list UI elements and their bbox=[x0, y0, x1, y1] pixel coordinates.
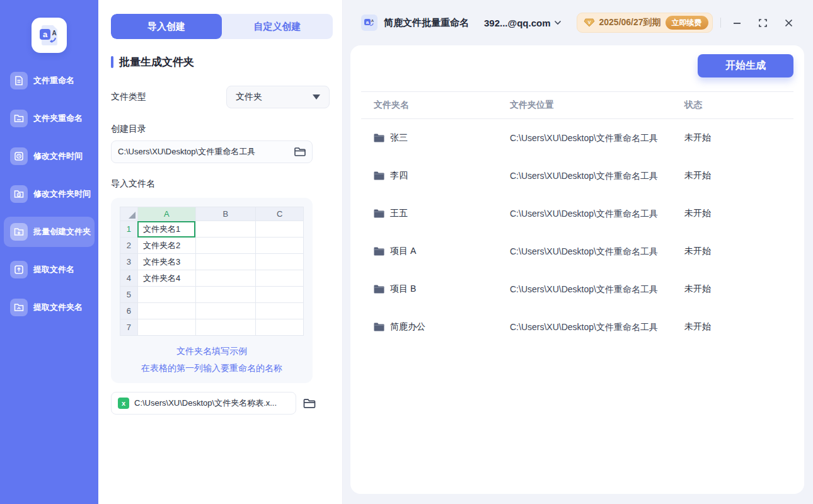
sheet-cell-C6[interactable] bbox=[256, 303, 304, 319]
sheet-col-header-B[interactable]: B bbox=[195, 207, 256, 221]
sidebar-item-extract-file[interactable]: 提取文件名 bbox=[4, 255, 95, 285]
folder-icon bbox=[374, 134, 384, 142]
folder-name-text: 张三 bbox=[390, 132, 408, 144]
sheet-cell-C1[interactable] bbox=[256, 221, 304, 238]
sheet-cell-A6[interactable] bbox=[137, 303, 195, 319]
sheet-preview-card: ABC1文件夹名12文件夹名23文件夹名34文件夹名4567 文件夹名填写示例 … bbox=[111, 198, 313, 383]
dropdown-arrow-icon bbox=[313, 94, 320, 100]
excel-browse-icon[interactable] bbox=[303, 398, 316, 409]
sheet-col-header-C[interactable]: C bbox=[256, 207, 304, 221]
account-menu[interactable]: 392...@qq.com bbox=[484, 18, 562, 28]
renew-button[interactable]: 立即续费 bbox=[666, 16, 708, 30]
cell-folder-path: C:\Users\XU\Desktop\文件重命名工具 bbox=[510, 246, 684, 258]
sheet-row-header-2[interactable]: 2 bbox=[120, 238, 138, 254]
file-type-dropdown[interactable]: 文件夹 bbox=[226, 86, 330, 108]
table-row[interactable]: 简鹿办公C:\Users\XU\Desktop\文件重命名工具未开始 bbox=[361, 308, 793, 346]
sheet-cell-B4[interactable] bbox=[195, 270, 256, 287]
sheet-row-header-4[interactable]: 4 bbox=[120, 270, 138, 287]
sheet-cell-B6[interactable] bbox=[195, 303, 256, 319]
sheet-cell-C3[interactable] bbox=[256, 254, 304, 270]
sidebar-item-label: 批量创建文件夹 bbox=[33, 226, 91, 238]
sheet-row-header-7[interactable]: 7 bbox=[120, 319, 138, 336]
folders-table: 文件夹名 文件夹位置 状态 张三C:\Users\XU\Desktop\文件重命… bbox=[361, 91, 793, 346]
create-dir-label: 创建目录 bbox=[111, 123, 330, 135]
sheet-row-header-6[interactable]: 6 bbox=[120, 303, 138, 319]
sheet-cell-B2[interactable] bbox=[195, 238, 256, 254]
folder-name-text: 李四 bbox=[390, 170, 408, 181]
sidebar-item-folder-plus[interactable]: 批量创建文件夹 bbox=[4, 217, 95, 247]
folder-icon bbox=[374, 285, 384, 294]
cell-folder-name: 项目 B bbox=[361, 284, 510, 295]
cell-folder-path: C:\Users\XU\Desktop\文件重命名工具 bbox=[510, 284, 684, 295]
table-row[interactable]: 项目 BC:\Users\XU\Desktop\文件重命名工具未开始 bbox=[361, 270, 793, 308]
sheet-row-header-5[interactable]: 5 bbox=[120, 287, 138, 303]
folder-browse-icon[interactable] bbox=[294, 147, 306, 157]
folder-icon bbox=[374, 171, 384, 180]
titlebar: a A 简鹿文件批量重命名 392...@qq.com V 2025/06/27… bbox=[350, 0, 813, 45]
table-row[interactable]: 张三C:\Users\XU\Desktop\文件重命名工具未开始 bbox=[361, 119, 793, 157]
sidebar-item-folder-rename[interactable]: 文件夹重命名 bbox=[4, 103, 95, 134]
sheet-cell-A2[interactable]: 文件夹名2 bbox=[137, 238, 195, 254]
folder-name-text: 简鹿办公 bbox=[390, 321, 425, 333]
table-row[interactable]: 王五C:\Users\XU\Desktop\文件重命名工具未开始 bbox=[361, 195, 793, 232]
cell-folder-name: 张三 bbox=[361, 132, 510, 144]
minimize-button[interactable] bbox=[728, 13, 747, 32]
sheet-col-header-A[interactable]: A bbox=[137, 207, 195, 221]
table-row[interactable]: 李四C:\Users\XU\Desktop\文件重命名工具未开始 bbox=[361, 157, 793, 195]
cell-folder-path: C:\Users\XU\Desktop\文件重命名工具 bbox=[510, 321, 684, 333]
header-status: 状态 bbox=[684, 100, 793, 111]
excel-file-input[interactable]: x C:\Users\XU\Desktop\文件夹名称表.x... bbox=[111, 392, 296, 415]
window-title: 简鹿文件批量重命名 bbox=[384, 17, 469, 29]
header-folder-name: 文件夹名 bbox=[361, 100, 510, 111]
sidebar-menu: 文件重命名文件夹重命名修改文件时间修改文件夹时间批量创建文件夹提取文件名提取文件… bbox=[0, 66, 98, 323]
start-generate-button[interactable]: 开始生成 bbox=[698, 54, 793, 77]
settings-panel: 导入创建 自定义创建 批量生成文件夹 文件类型 文件夹 创建目录 C:\User… bbox=[98, 0, 343, 504]
sheet-row-header-1[interactable]: 1 bbox=[120, 221, 138, 238]
sheet-cell-B1[interactable] bbox=[195, 221, 256, 238]
sheet-select-all-cell[interactable] bbox=[120, 207, 138, 221]
maximize-button[interactable] bbox=[754, 13, 773, 32]
sheet-cell-C5[interactable] bbox=[256, 287, 304, 303]
table-row[interactable]: 项目 AC:\Users\XU\Desktop\文件重命名工具未开始 bbox=[361, 232, 793, 270]
sheet-cell-A3[interactable]: 文件夹名3 bbox=[137, 254, 195, 270]
chevron-down-icon bbox=[554, 20, 562, 25]
cell-folder-name: 李四 bbox=[361, 170, 510, 181]
sheet-cell-B5[interactable] bbox=[195, 287, 256, 303]
close-icon bbox=[784, 18, 793, 28]
sheet-caption-2: 在表格的第一列输入要重命名的名称 bbox=[120, 361, 304, 375]
excel-file-icon: x bbox=[118, 398, 129, 409]
title-accent-bar bbox=[111, 56, 113, 68]
sheet-preview[interactable]: ABC1文件夹名12文件夹名23文件夹名34文件夹名4567 bbox=[120, 207, 304, 336]
create-dir-value: C:\Users\XU\Desktop\文件重命名工具 bbox=[118, 146, 289, 158]
vip-gem-icon: V bbox=[584, 18, 595, 28]
folder-name-text: 项目 A bbox=[390, 246, 416, 257]
folder-icon bbox=[374, 323, 384, 331]
sheet-cell-A7[interactable] bbox=[137, 319, 195, 336]
close-button[interactable] bbox=[780, 13, 799, 32]
file-type-label: 文件类型 bbox=[111, 91, 146, 103]
sheet-cell-B3[interactable] bbox=[195, 254, 256, 270]
sidebar-item-folder-clock[interactable]: 修改文件夹时间 bbox=[4, 179, 95, 209]
create-mode-tabs: 导入创建 自定义创建 bbox=[111, 14, 333, 39]
sheet-cell-A5[interactable] bbox=[137, 287, 195, 303]
tab-import-create[interactable]: 导入创建 bbox=[111, 14, 222, 39]
sheet-cell-C4[interactable] bbox=[256, 270, 304, 287]
sheet-cell-C7[interactable] bbox=[256, 319, 304, 336]
sidebar-item-label: 提取文件名 bbox=[33, 264, 74, 275]
tab-custom-create[interactable]: 自定义创建 bbox=[222, 14, 333, 39]
folder-name-text: 王五 bbox=[390, 208, 408, 219]
sidebar-item-file-clock[interactable]: 修改文件时间 bbox=[4, 141, 95, 171]
sheet-cell-B7[interactable] bbox=[195, 319, 256, 336]
file-type-value: 文件夹 bbox=[236, 91, 262, 103]
sheet-cell-A4[interactable]: 文件夹名4 bbox=[137, 270, 195, 287]
sheet-cell-C2[interactable] bbox=[256, 238, 304, 254]
sidebar-item-file-rename[interactable]: 文件重命名 bbox=[4, 66, 95, 96]
vip-status-pill[interactable]: V 2025/06/27到期 立即续费 bbox=[577, 13, 713, 33]
sidebar-item-folder-up[interactable]: 提取文件夹名 bbox=[4, 292, 95, 323]
sheet-row-header-3[interactable]: 3 bbox=[120, 254, 138, 270]
sheet-cell-A1[interactable]: 文件夹名1 bbox=[137, 221, 195, 238]
create-dir-input[interactable]: C:\Users\XU\Desktop\文件重命名工具 bbox=[111, 140, 313, 163]
account-email: 392...@qq.com bbox=[484, 18, 551, 28]
results-card: 开始生成 文件夹名 文件夹位置 状态 张三C:\Users\XU\Desktop… bbox=[350, 45, 804, 494]
window-logo-icon: a A bbox=[363, 16, 376, 29]
